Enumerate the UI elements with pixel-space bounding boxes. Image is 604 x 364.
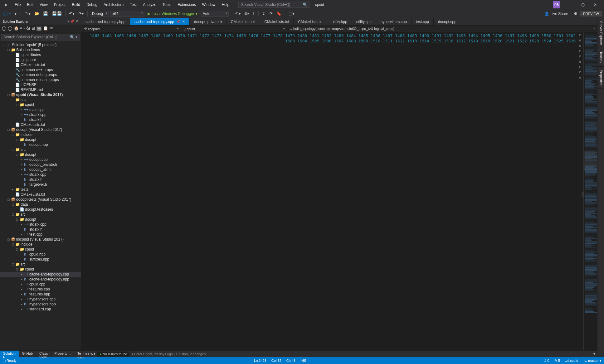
tree-item[interactable]: ▢📁include [0, 132, 81, 137]
editor-tab[interactable]: CMakeLists.txt [226, 18, 260, 25]
undo-icon[interactable]: ↶▾ [68, 11, 76, 17]
fold-column[interactable]: ⊟ ⊟ ⊟ ⊟ ⊟ ⊟ ⊟ ⊟ ⊟ [579, 32, 582, 350]
tree-item[interactable]: ▢📁cpuid [0, 247, 81, 252]
tree-item[interactable]: ▸++docopt.cpp [0, 157, 81, 162]
dropdown-icon[interactable]: ▾ [67, 19, 69, 23]
tree-item[interactable]: htargetver.h [0, 182, 81, 187]
menu-edit[interactable]: Edit [24, 1, 36, 8]
stack-icon[interactable]: ⫶ [251, 11, 256, 17]
tree-item[interactable]: hstdafx.h [0, 117, 81, 122]
code-editor[interactable]: 1463 1464 1465 1466 1467 1468 1469 1470 … [81, 32, 597, 350]
solution-search[interactable]: Search Solution Explorer (Ctrl+;) 🔍 ▾ [1, 34, 80, 41]
tree-item[interactable]: 📄.gitattributes [0, 52, 81, 57]
tree-item[interactable]: ▸++hypervisors.cpp [0, 297, 81, 302]
feedback-icon[interactable]: ⚙ [572, 11, 579, 17]
tree-item[interactable]: ▸++cache-and-topology.cpp [0, 272, 81, 277]
tree-item[interactable]: ▢📁cpuid [0, 267, 81, 272]
save-all-icon[interactable]: 💾💾 [51, 11, 63, 17]
switch-view-icon[interactable]: ▾ [20, 26, 22, 31]
process-icon[interactable]: 🗗▾ [233, 11, 242, 17]
tree-item[interactable]: ▸++stdafx.cpp [0, 172, 81, 177]
tree-item[interactable]: ▢📁docopt [0, 152, 81, 157]
tree-item[interactable]: ▢📦docopt (Visual Studio 2017) [0, 127, 81, 132]
tree-item[interactable]: hcpuid.hpp [0, 252, 81, 257]
menu-analyze[interactable]: Analyze [140, 1, 159, 8]
tree-item[interactable]: 📄CMakeLists.txt [0, 122, 81, 127]
tree-item[interactable]: ▢📁Solution Items [0, 47, 81, 52]
quick-search[interactable]: Search Visual Studio (Ctrl+Q) 🔍 [238, 2, 310, 8]
home-icon[interactable]: 🏠 [14, 26, 19, 31]
tree-item[interactable]: ▢📁include [0, 242, 81, 247]
new-project-icon[interactable]: 🗋▾ [23, 11, 32, 17]
editor-tab[interactable]: hypervisors.cpp [376, 18, 412, 25]
start-debug-button[interactable]: ▶ Local Windows Debugger ▾ [146, 11, 199, 17]
ins-indicator[interactable]: INS [300, 359, 306, 362]
editor-tab[interactable]: cache-and-topology.hpp [81, 18, 130, 25]
minimize-button[interactable]: ─ [564, 0, 577, 9]
show-all-icon[interactable]: ▦ [36, 26, 42, 31]
tree-item[interactable]: hstdafx.h [0, 227, 81, 232]
bottom-tab[interactable]: Solution E… [0, 351, 19, 357]
bookmark-icon[interactable]: 🔖 [275, 11, 283, 17]
fwd-icon[interactable]: ◯ [8, 26, 12, 31]
tree-item[interactable]: 🔧common-c++.props [0, 67, 81, 72]
editor-tab[interactable]: test.cpp [412, 18, 434, 25]
tree-item[interactable]: ▢📁data [0, 202, 81, 207]
tree-item[interactable]: ▸++stdafx.cpp [0, 112, 81, 117]
menu-view[interactable]: View [37, 1, 51, 8]
zoom-dropdown[interactable]: 100 % ▾ [81, 351, 98, 357]
tree-item[interactable]: ▢📁src [0, 212, 81, 217]
step-over-icon[interactable]: ↷ [268, 11, 274, 17]
platform-dropdown[interactable]: x64 [110, 11, 144, 17]
tree-item[interactable]: ▢📁src [0, 262, 81, 267]
step-icon[interactable]: ↧ [261, 11, 267, 17]
tree-item[interactable]: 🔧common-debug.props [0, 72, 81, 77]
menu-build[interactable]: Build [69, 1, 83, 8]
tree-item[interactable]: ▸📁tests [0, 187, 81, 192]
nav-back-icon[interactable]: ◯ ▾ [2, 11, 12, 17]
tree-item[interactable]: ▸hhypervisors.hpp [0, 302, 81, 307]
live-share-button[interactable]: 👤 Live Share [544, 12, 568, 16]
tree-item[interactable]: ▢📁docopt [0, 217, 81, 222]
hex-icon[interactable]: ⬚▾ [287, 11, 296, 17]
tree-item[interactable]: hsuffixes.hpp [0, 257, 81, 262]
tree-item[interactable]: ▢📁docopt [0, 137, 81, 142]
menu-extensions[interactable]: Extensions [175, 1, 199, 8]
editor-tab[interactable]: utility.cpp [352, 18, 376, 25]
tree-item[interactable]: ▸hcache-and-topology.hpp [0, 277, 81, 282]
side-tab[interactable]: Properties [597, 67, 604, 89]
redo-icon[interactable]: ↷▾ [77, 11, 85, 17]
tree-item[interactable]: 📄CMakeLists.txt [0, 62, 81, 67]
tree-item[interactable]: 📄docopt.testcases [0, 207, 81, 212]
collapse-icon[interactable]: ⊟ [32, 26, 35, 31]
nav-namespace-dropdown[interactable]: {} cpuid [181, 26, 287, 31]
tree-item[interactable]: ▢📦cpuid (Visual Studio 2017) [0, 92, 81, 97]
menu-test[interactable]: Test [127, 1, 139, 8]
side-tab[interactable]: Toolbox [597, 48, 604, 67]
minimap[interactable] [583, 32, 597, 350]
side-tab[interactable]: Server Explorer [597, 18, 604, 48]
tree-item[interactable]: ▸++features.cpp [0, 287, 81, 292]
tree-item[interactable]: ▢📁src [0, 147, 81, 152]
tree-item[interactable]: ▢📦docopt-tests (Visual Studio 2017) [0, 197, 81, 202]
editor-tab[interactable]: utility.hpp [327, 18, 352, 25]
menu-window[interactable]: Window [199, 1, 218, 8]
properties-icon[interactable]: 📋 [43, 26, 48, 31]
nav-scope-dropdown[interactable]: 🗗 libcpuid [81, 26, 181, 31]
tree-item[interactable]: hstdafx.h [0, 177, 81, 182]
editor-tab[interactable]: docopt.cpp [434, 18, 461, 25]
nav-fwd-icon[interactable]: ▸ [14, 11, 18, 17]
close-icon[interactable]: ✕ [76, 19, 78, 23]
back-icon[interactable]: ◯ [2, 26, 7, 31]
bottom-tab[interactable]: Class View [36, 351, 51, 357]
save-icon[interactable]: 💾 [42, 11, 49, 17]
tree-item[interactable]: 📄README.md [0, 87, 81, 92]
menu-architecture[interactable]: Architecture [101, 1, 126, 8]
user-badge[interactable]: PB [553, 1, 560, 8]
close-icon[interactable]: ✕ [182, 20, 185, 24]
preview-icon[interactable]: 👁 [49, 26, 53, 31]
solution-root[interactable]: ▢⊞Solution 'cpuid' (5 projects) [0, 42, 81, 47]
tree-item[interactable]: ▸hfeatures.hpp [0, 292, 81, 297]
pin-icon[interactable]: 📌 [70, 19, 75, 23]
editor-tab[interactable]: CMakeLists.txt [294, 18, 327, 25]
